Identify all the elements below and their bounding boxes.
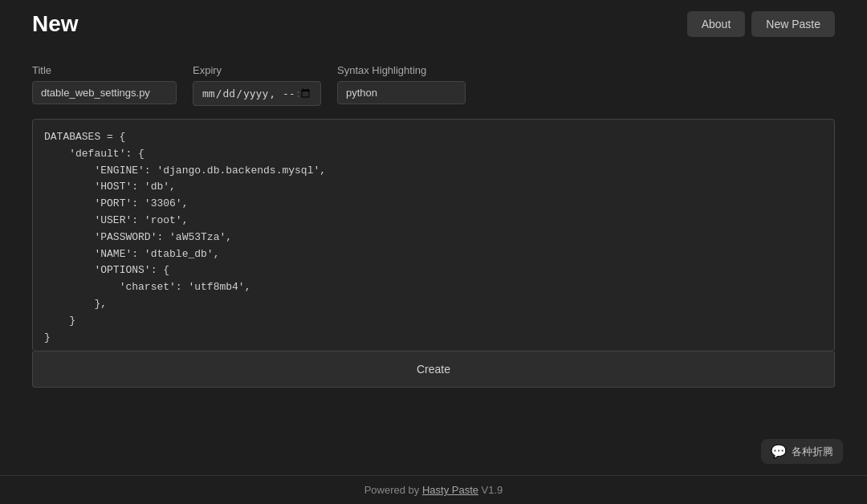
code-editor-wrapper: [32, 119, 835, 352]
code-area-container: Create: [32, 119, 835, 388]
header: New About New Paste: [0, 0, 867, 48]
expiry-group: Expiry: [193, 64, 321, 106]
main-content: Title Expiry Syntax Highlighting Create: [0, 48, 867, 404]
watermark-text: 各种折腾: [792, 445, 833, 459]
new-paste-button[interactable]: New Paste: [751, 11, 835, 37]
page-title: New: [32, 11, 79, 37]
about-button[interactable]: About: [687, 11, 746, 37]
expiry-label: Expiry: [193, 64, 321, 76]
footer-version: V1.9: [478, 484, 503, 496]
wechat-icon: 💬: [771, 444, 787, 459]
footer-text: Powered by: [364, 484, 422, 496]
watermark: 💬 各种折腾: [761, 439, 843, 464]
title-input[interactable]: [32, 81, 177, 104]
form-row: Title Expiry Syntax Highlighting: [32, 64, 835, 106]
code-editor[interactable]: [33, 120, 834, 351]
syntax-label: Syntax Highlighting: [337, 64, 466, 76]
footer: Powered by Hasty Paste V1.9: [0, 475, 867, 504]
title-label: Title: [32, 64, 177, 76]
header-buttons: About New Paste: [687, 11, 835, 37]
syntax-group: Syntax Highlighting: [337, 64, 466, 104]
title-group: Title: [32, 64, 177, 104]
expiry-input[interactable]: [193, 81, 321, 106]
create-button[interactable]: Create: [32, 352, 835, 388]
footer-link[interactable]: Hasty Paste: [422, 484, 478, 496]
syntax-input[interactable]: [337, 81, 466, 104]
